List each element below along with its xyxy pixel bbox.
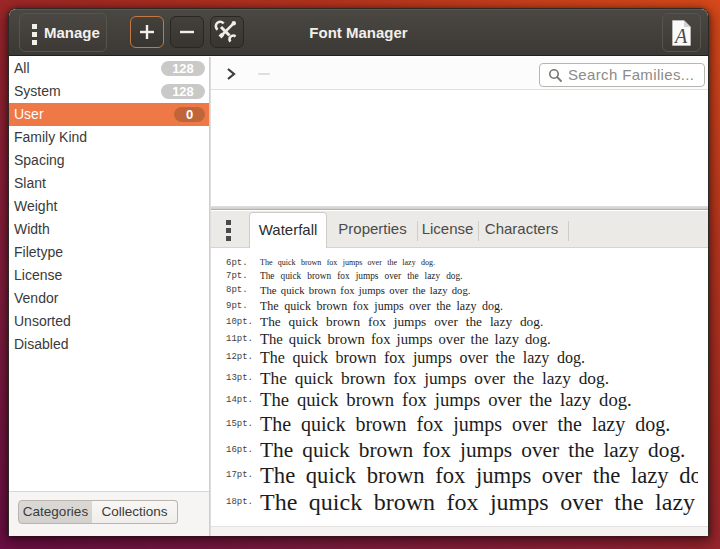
svg-text:A: A [673,25,688,47]
